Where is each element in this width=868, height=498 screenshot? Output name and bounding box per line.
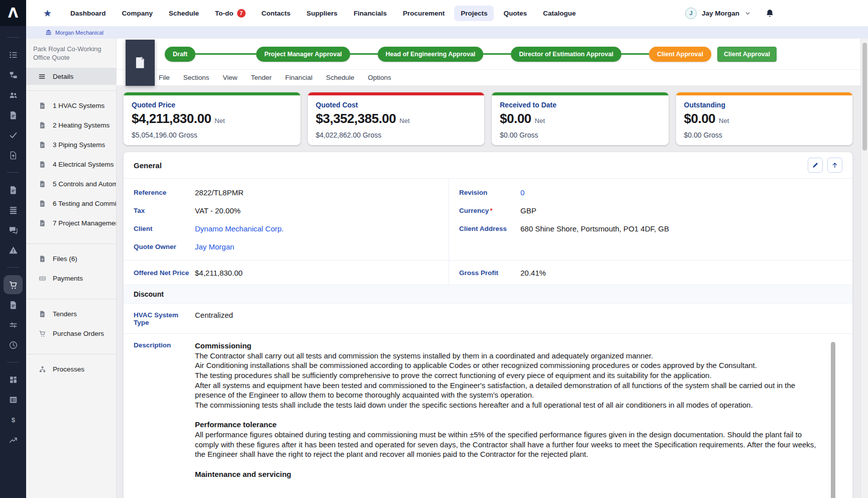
rows-icon[interactable] — [4, 200, 23, 219]
hamburger-icon — [38, 73, 46, 80]
sidebar-item-payments[interactable]: Payments — [26, 269, 116, 288]
document-icon[interactable] — [4, 105, 23, 125]
file-icon — [39, 219, 46, 227]
sidebar-item-details-active[interactable]: Details — [26, 68, 116, 85]
sidebar-item-files[interactable]: Files (6) — [26, 249, 116, 269]
nav-schedule[interactable]: Schedule — [162, 6, 205, 21]
sidebar-item-tenders[interactable]: Tenders — [26, 304, 116, 324]
hierarchy-icon[interactable] — [4, 65, 23, 84]
client-link[interactable]: Dynamo Mechanical Corp. — [195, 224, 284, 233]
cart-icon-active[interactable] — [4, 275, 23, 294]
menu-financial[interactable]: Financial — [285, 74, 312, 81]
process-icon — [39, 365, 46, 373]
file-upload-icon[interactable] — [4, 146, 23, 165]
favorite-star-icon[interactable]: ★ — [43, 9, 52, 18]
rail-divider — [7, 267, 19, 268]
collapse-button[interactable] — [827, 158, 842, 173]
people-icon[interactable] — [4, 85, 23, 104]
nav-contacts[interactable]: Contacts — [255, 6, 297, 21]
sidebar-item-controls-automation[interactable]: 5 Controls and Automation — [26, 174, 116, 194]
trend-icon[interactable] — [4, 430, 23, 449]
field-tax: Tax VAT - 20.00% — [124, 201, 449, 219]
menu-sections[interactable]: Sections — [183, 74, 209, 81]
nav-todo[interactable]: To-do7 — [208, 5, 252, 22]
edit-button[interactable] — [808, 158, 823, 173]
document-icon — [134, 56, 147, 69]
notifications-bell-icon[interactable] — [765, 9, 775, 18]
sidebar-item-purchase-orders[interactable]: Purchase Orders — [26, 324, 116, 343]
user-avatar[interactable]: J — [685, 8, 697, 19]
quote-document-tile[interactable] — [126, 40, 155, 86]
workflow-step-draft[interactable]: Draft — [165, 47, 195, 62]
nav-quotes[interactable]: Quotes — [497, 6, 533, 21]
grid-icon[interactable] — [4, 370, 23, 389]
field-value: 20.41% — [520, 269, 546, 277]
sidebar-sections-group: 1 HVAC Systems 2 Heating Systems 3 Pipin… — [26, 90, 116, 238]
menu-view[interactable]: View — [223, 74, 238, 81]
list-icon[interactable] — [4, 45, 23, 64]
page-scrollbar-thumb[interactable] — [862, 43, 867, 151]
sidebar-files-group: Files (6) Payments — [26, 243, 116, 293]
document-icon[interactable] — [4, 180, 23, 199]
workflow-step-estimation-approval[interactable]: Director of Estimation Approval — [511, 47, 621, 62]
breadcrumb[interactable]: Morgan Mechanical — [45, 29, 103, 36]
nav-company[interactable]: Company — [116, 6, 160, 21]
description-text[interactable]: Commissioning The Contractor shall carry… — [195, 341, 825, 498]
dollar-icon[interactable] — [4, 410, 23, 429]
sidebar-item-processes[interactable]: Processes — [26, 359, 116, 379]
field-reference: Reference 2822/TL8PMR — [124, 183, 449, 201]
app-logo[interactable]: Λ — [0, 0, 26, 26]
sidebar-item-project-management[interactable]: 7 Project Management — [26, 213, 116, 233]
menu-file[interactable]: File — [159, 74, 170, 81]
sidebar-item-piping-systems[interactable]: 3 Piping Systems — [26, 135, 116, 155]
nav-projects-active[interactable]: Projects — [454, 6, 494, 21]
field-label: Reference — [134, 188, 195, 196]
nav-financials[interactable]: Financials — [347, 6, 393, 21]
nav-catalogue[interactable]: Catalogue — [536, 6, 582, 21]
sidebar-item-testing-commissioning[interactable]: 6 Testing and Commissioning — [26, 194, 116, 213]
quote-owner-link[interactable]: Jay Morgan — [195, 242, 234, 251]
sidebar-item-heating-systems[interactable]: 2 Heating Systems — [26, 115, 116, 135]
chevron-down-icon[interactable] — [744, 10, 751, 17]
field-value: GBP — [520, 206, 536, 215]
description-scrollbar[interactable] — [831, 342, 835, 498]
field-client-address: Client Address 680 Shine Shore, Portsmou… — [449, 219, 852, 237]
client-approval-button[interactable]: Client Approval — [717, 47, 777, 62]
nav-procurement[interactable]: Procurement — [396, 6, 451, 21]
field-label: Gross Profit — [459, 269, 520, 277]
field-value: Centralized — [195, 311, 233, 326]
workflow-step-client-approval[interactable]: Client Approval — [649, 47, 711, 62]
bank-icon — [45, 29, 52, 36]
sidebar-item-electrical-systems[interactable]: 4 Electrical Systems — [26, 155, 116, 174]
breadcrumb-company[interactable]: Morgan Mechanical — [55, 30, 103, 36]
kpi-title: Received to Date — [500, 101, 661, 109]
warning-icon[interactable] — [4, 240, 23, 260]
kpi-title: Quoted Price — [132, 101, 292, 109]
revision-link[interactable]: 0 — [520, 188, 524, 197]
page-scrollbar[interactable] — [860, 39, 868, 498]
document-icon[interactable] — [4, 295, 23, 314]
sidebar-item-hvac-systems[interactable]: 1 HVAC Systems — [26, 96, 116, 115]
check-icon[interactable] — [4, 126, 23, 145]
clock-icon[interactable] — [4, 335, 23, 354]
field-label: Quote Owner — [134, 242, 195, 251]
discount-section-header[interactable]: Discount — [124, 285, 852, 304]
top-navigation: ★ Dashboard Company Schedule To-do7 Cont… — [26, 0, 868, 26]
kpi-quoted-cost: Quoted Cost $3,352,385.00Net $4,022,862.… — [308, 92, 485, 145]
nav-suppliers[interactable]: Suppliers — [300, 6, 344, 21]
sidebar-processes-group: Processes — [26, 354, 116, 384]
user-name[interactable]: Jay Morgan — [702, 10, 739, 17]
description-scrollbar-thumb[interactable] — [831, 342, 835, 498]
kpi-gross-value: $5,054,196.00 Gross — [132, 131, 292, 139]
menu-options[interactable]: Options — [368, 74, 391, 81]
file-icon — [39, 141, 46, 149]
adjustments-icon[interactable] — [4, 315, 23, 334]
workflow-step-pm-approval[interactable]: Project Manager Approval — [256, 47, 350, 62]
table-icon[interactable] — [4, 390, 23, 409]
menu-schedule[interactable]: Schedule — [326, 74, 354, 81]
workflow-step-engineering-approval[interactable]: Head of Engineering Approval — [378, 47, 484, 62]
nav-dashboard[interactable]: Dashboard — [64, 6, 113, 21]
menu-tender[interactable]: Tender — [251, 74, 272, 81]
field-label: Tax — [134, 206, 195, 214]
chat-icon[interactable] — [4, 220, 23, 239]
